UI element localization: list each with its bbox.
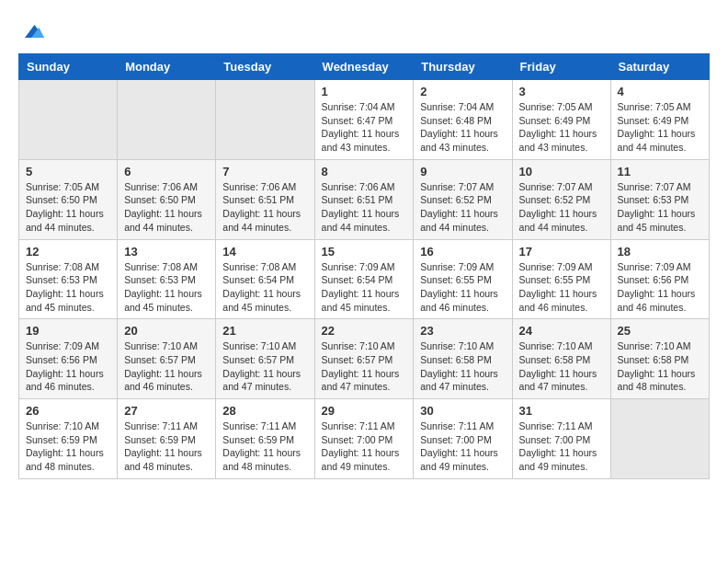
calendar-cell: 9Sunrise: 7:07 AMSunset: 6:52 PMDaylight…: [414, 159, 512, 239]
day-number: 24: [519, 324, 604, 338]
day-info: Sunrise: 7:09 AMSunset: 6:56 PMDaylight:…: [26, 339, 110, 394]
calendar-cell: 13Sunrise: 7:08 AMSunset: 6:53 PMDayligh…: [118, 239, 216, 319]
day-number: 17: [519, 245, 604, 259]
calendar-week-5: 26Sunrise: 7:10 AMSunset: 6:59 PMDayligh…: [19, 399, 710, 479]
calendar-week-3: 12Sunrise: 7:08 AMSunset: 6:53 PMDayligh…: [19, 239, 710, 319]
day-info: Sunrise: 7:04 AMSunset: 6:47 PMDaylight:…: [322, 100, 407, 155]
day-number: 19: [26, 324, 110, 338]
calendar-cell: [19, 80, 118, 160]
day-number: 14: [222, 245, 307, 259]
calendar-cell: 2Sunrise: 7:04 AMSunset: 6:48 PMDaylight…: [414, 80, 512, 160]
day-info: Sunrise: 7:09 AMSunset: 6:54 PMDaylight:…: [322, 260, 407, 315]
day-number: 22: [322, 324, 407, 338]
day-header-sunday: Sunday: [19, 54, 118, 80]
calendar-cell: 28Sunrise: 7:11 AMSunset: 6:59 PMDayligh…: [216, 399, 314, 479]
day-info: Sunrise: 7:09 AMSunset: 6:55 PMDaylight:…: [420, 260, 505, 315]
calendar-cell: [216, 80, 314, 160]
calendar-week-2: 5Sunrise: 7:05 AMSunset: 6:50 PMDaylight…: [19, 159, 710, 239]
day-info: Sunrise: 7:04 AMSunset: 6:48 PMDaylight:…: [420, 100, 505, 155]
day-info: Sunrise: 7:10 AMSunset: 6:58 PMDaylight:…: [420, 339, 505, 394]
day-info: Sunrise: 7:08 AMSunset: 6:53 PMDaylight:…: [26, 260, 110, 315]
day-number: 26: [26, 404, 110, 418]
calendar-cell: 21Sunrise: 7:10 AMSunset: 6:57 PMDayligh…: [216, 319, 314, 399]
day-header-friday: Friday: [512, 54, 610, 80]
calendar-cell: 5Sunrise: 7:05 AMSunset: 6:50 PMDaylight…: [19, 159, 118, 239]
calendar-cell: 22Sunrise: 7:10 AMSunset: 6:57 PMDayligh…: [314, 319, 414, 399]
calendar-cell: 6Sunrise: 7:06 AMSunset: 6:50 PMDaylight…: [118, 159, 216, 239]
day-number: 2: [420, 85, 505, 98]
day-info: Sunrise: 7:05 AMSunset: 6:50 PMDaylight:…: [26, 180, 110, 235]
day-header-wednesday: Wednesday: [314, 54, 414, 80]
calendar-cell: [610, 399, 709, 479]
day-number: 25: [618, 324, 702, 338]
day-info: Sunrise: 7:07 AMSunset: 6:52 PMDaylight:…: [420, 180, 505, 235]
day-number: 8: [322, 165, 407, 178]
day-info: Sunrise: 7:11 AMSunset: 7:00 PMDaylight:…: [420, 419, 505, 474]
day-number: 29: [322, 404, 407, 418]
calendar-cell: 4Sunrise: 7:05 AMSunset: 6:49 PMDaylight…: [610, 80, 709, 160]
calendar-cell: 27Sunrise: 7:11 AMSunset: 6:59 PMDayligh…: [118, 399, 216, 479]
day-number: 12: [26, 245, 110, 259]
calendar-cell: 12Sunrise: 7:08 AMSunset: 6:53 PMDayligh…: [19, 239, 118, 319]
calendar-cell: 3Sunrise: 7:05 AMSunset: 6:49 PMDaylight…: [512, 80, 610, 160]
day-info: Sunrise: 7:10 AMSunset: 6:57 PMDaylight:…: [124, 339, 209, 394]
calendar-cell: 11Sunrise: 7:07 AMSunset: 6:53 PMDayligh…: [610, 159, 709, 239]
calendar-cell: 24Sunrise: 7:10 AMSunset: 6:58 PMDayligh…: [512, 319, 610, 399]
calendar-cell: 8Sunrise: 7:06 AMSunset: 6:51 PMDaylight…: [314, 159, 414, 239]
day-info: Sunrise: 7:11 AMSunset: 7:00 PMDaylight:…: [322, 419, 407, 474]
day-info: Sunrise: 7:06 AMSunset: 6:51 PMDaylight:…: [322, 180, 407, 235]
calendar-cell: 14Sunrise: 7:08 AMSunset: 6:54 PMDayligh…: [216, 239, 314, 319]
logo: [18, 18, 46, 44]
calendar-cell: 16Sunrise: 7:09 AMSunset: 6:55 PMDayligh…: [414, 239, 512, 319]
day-info: Sunrise: 7:08 AMSunset: 6:54 PMDaylight:…: [222, 260, 307, 315]
day-number: 28: [222, 404, 307, 418]
day-number: 1: [322, 85, 407, 98]
day-info: Sunrise: 7:11 AMSunset: 6:59 PMDaylight:…: [222, 419, 307, 474]
day-info: Sunrise: 7:10 AMSunset: 6:57 PMDaylight:…: [222, 339, 307, 394]
calendar-cell: 25Sunrise: 7:10 AMSunset: 6:58 PMDayligh…: [610, 319, 709, 399]
calendar-cell: 20Sunrise: 7:10 AMSunset: 6:57 PMDayligh…: [118, 319, 216, 399]
calendar-cell: 31Sunrise: 7:11 AMSunset: 7:00 PMDayligh…: [512, 399, 610, 479]
day-number: 21: [222, 324, 307, 338]
day-number: 18: [618, 245, 702, 259]
calendar-cell: 7Sunrise: 7:06 AMSunset: 6:51 PMDaylight…: [216, 159, 314, 239]
day-info: Sunrise: 7:10 AMSunset: 6:59 PMDaylight:…: [26, 419, 110, 474]
day-info: Sunrise: 7:05 AMSunset: 6:49 PMDaylight:…: [519, 100, 604, 155]
day-number: 27: [124, 404, 209, 418]
day-number: 3: [519, 85, 604, 98]
day-number: 23: [420, 324, 505, 338]
day-info: Sunrise: 7:08 AMSunset: 6:53 PMDaylight:…: [124, 260, 209, 315]
day-info: Sunrise: 7:11 AMSunset: 6:59 PMDaylight:…: [124, 419, 209, 474]
day-number: 4: [618, 85, 702, 98]
day-number: 9: [420, 165, 505, 178]
day-header-saturday: Saturday: [610, 54, 709, 80]
day-number: 20: [124, 324, 209, 338]
day-info: Sunrise: 7:06 AMSunset: 6:50 PMDaylight:…: [124, 180, 209, 235]
day-info: Sunrise: 7:07 AMSunset: 6:52 PMDaylight:…: [519, 180, 604, 235]
calendar-cell: 10Sunrise: 7:07 AMSunset: 6:52 PMDayligh…: [512, 159, 610, 239]
calendar-cell: 23Sunrise: 7:10 AMSunset: 6:58 PMDayligh…: [414, 319, 512, 399]
calendar-table: SundayMondayTuesdayWednesdayThursdayFrid…: [18, 53, 710, 479]
day-number: 13: [124, 245, 209, 259]
day-header-monday: Monday: [118, 54, 216, 80]
calendar-cell: 19Sunrise: 7:09 AMSunset: 6:56 PMDayligh…: [19, 319, 118, 399]
logo-icon: [18, 18, 44, 44]
calendar-week-4: 19Sunrise: 7:09 AMSunset: 6:56 PMDayligh…: [19, 319, 710, 399]
calendar-week-1: 1Sunrise: 7:04 AMSunset: 6:47 PMDaylight…: [19, 80, 710, 160]
day-info: Sunrise: 7:09 AMSunset: 6:55 PMDaylight:…: [519, 260, 604, 315]
calendar-cell: 30Sunrise: 7:11 AMSunset: 7:00 PMDayligh…: [414, 399, 512, 479]
calendar-header-row: SundayMondayTuesdayWednesdayThursdayFrid…: [19, 54, 710, 80]
calendar-cell: 18Sunrise: 7:09 AMSunset: 6:56 PMDayligh…: [610, 239, 709, 319]
day-number: 31: [519, 404, 604, 418]
day-info: Sunrise: 7:11 AMSunset: 7:00 PMDaylight:…: [519, 419, 604, 474]
day-info: Sunrise: 7:10 AMSunset: 6:57 PMDaylight:…: [322, 339, 407, 394]
day-number: 5: [26, 165, 110, 178]
day-header-tuesday: Tuesday: [216, 54, 314, 80]
day-number: 16: [420, 245, 505, 259]
day-header-thursday: Thursday: [414, 54, 512, 80]
day-number: 11: [618, 165, 702, 178]
calendar-cell: 1Sunrise: 7:04 AMSunset: 6:47 PMDaylight…: [314, 80, 414, 160]
day-info: Sunrise: 7:09 AMSunset: 6:56 PMDaylight:…: [618, 260, 702, 315]
day-number: 10: [519, 165, 604, 178]
calendar-cell: [118, 80, 216, 160]
